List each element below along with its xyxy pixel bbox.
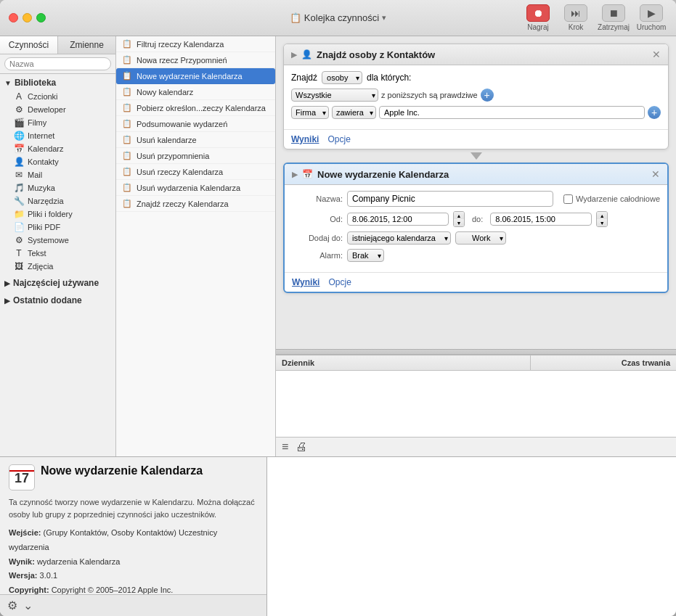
middle-item-label-nowa-rzecz: Nowa rzecz Przypomnień	[137, 56, 227, 65]
allday-label: Wydarzenie całodniowe	[576, 194, 660, 203]
field-select[interactable]: Firma	[291, 106, 329, 119]
tab-czynnosci[interactable]: Czynności	[0, 36, 58, 54]
record-button[interactable]: ⏺ Nagraj	[522, 4, 554, 31]
bl-title-text: Nowe wydarzenie Kalendarza	[41, 464, 203, 477]
usun-rzeczy-icon: 📋	[122, 167, 134, 176]
minimize-button[interactable]	[23, 13, 32, 22]
opcje-link-1[interactable]: Opcje	[327, 134, 350, 144]
sidebar-item-zdjecia[interactable]: 🖼 Zdjęcia	[0, 260, 115, 273]
maximize-button[interactable]	[36, 13, 46, 22]
middle-item-usun-rzeczy[interactable]: 📋 Usuń rzeczy Kalendarza	[116, 164, 275, 180]
calendar-select[interactable]: istniejącego kalendarza	[347, 231, 451, 245]
to-up[interactable]: ▲	[597, 212, 607, 219]
find-type-select[interactable]: osoby	[322, 71, 362, 84]
group-label-najczesciej: Najczęściej używane	[13, 278, 99, 288]
wyniki-link-2[interactable]: Wyniki	[292, 277, 319, 287]
sidebar-item-systemowe[interactable]: ⚙ Systemowe	[0, 234, 115, 247]
dropdown-arrow[interactable]: ▾	[382, 13, 386, 22]
sidebar-item-deweloper[interactable]: ⚙ Deweloper	[0, 103, 115, 116]
to-date-input[interactable]	[490, 213, 592, 226]
work-select[interactable]: Work	[455, 231, 506, 245]
alarm-select[interactable]: Brak	[347, 249, 384, 262]
middle-item-label-podsumowanie: Podsumowanie wydarzeń	[137, 120, 227, 128]
opcje-link-2[interactable]: Opcje	[328, 277, 351, 287]
scroll-area[interactable]	[276, 349, 676, 355]
toolbar-buttons: ⏺ Nagraj ⏭ Krok ⏹ Zatrzymaj ▶ Uruchom	[522, 4, 667, 31]
step-button[interactable]: ⏭ Krok	[560, 4, 592, 31]
middle-item-pobierz[interactable]: 📋 Pobierz określon...zeczy Kalendarza	[116, 100, 275, 116]
middle-item-label-nowy-kalendarz: Nowy kalendarz	[137, 88, 193, 96]
group-header-ostatnio[interactable]: ▶ Ostatnio dodane	[0, 293, 115, 308]
sidebar-item-mail[interactable]: ✉ Mail	[0, 168, 115, 181]
calendar-event-triangle[interactable]: ▶	[292, 170, 298, 179]
add-condition-button[interactable]: +	[481, 89, 494, 102]
middle-item-usun-wydarzenia[interactable]: 📋 Usuń wydarzenia Kalendarza	[116, 180, 275, 196]
sidebar-item-narzedzia[interactable]: 🔧 Narzędzia	[0, 194, 115, 208]
log-list-icon[interactable]: ≡	[282, 440, 288, 453]
middle-item-label-znajdz: Znajdź rzeczy Kalendarza	[137, 200, 229, 208]
expand-button[interactable]: ⌄	[23, 599, 33, 612]
gear-button[interactable]: ⚙	[7, 599, 17, 612]
from-up[interactable]: ▲	[454, 212, 464, 219]
middle-item-usun-kalendarze[interactable]: 📋 Usuń kalendarze	[116, 132, 275, 148]
find-row: Znajdź osoby dla których:	[291, 71, 661, 84]
group-header-biblioteka[interactable]: ▼ Biblioteka	[0, 75, 115, 90]
sidebar-group-najczesciej: ▶ Najczęściej używane	[0, 274, 115, 292]
middle-item-nowe-wydarzenie[interactable]: 📋 Nowe wydarzenie Kalendarza	[116, 68, 275, 84]
from-down[interactable]: ▼	[454, 219, 464, 226]
from-date-input[interactable]	[347, 213, 449, 226]
to-down[interactable]: ▼	[597, 219, 607, 226]
mail-icon: ✉	[13, 170, 25, 180]
find-contacts-body: Znajdź osoby dla których: Ws	[284, 65, 668, 129]
middle-item-nowa-rzecz[interactable]: 📋 Nowa rzecz Przypomnień	[116, 52, 275, 68]
version-label: Wersja:	[9, 571, 38, 580]
middle-item-filtruj[interactable]: 📋 Filtruj rzeczy Kalendarza	[116, 36, 275, 52]
date-separator: do:	[472, 215, 483, 223]
sidebar-item-pliki-pdf[interactable]: 📄 Pliki PDF	[0, 221, 115, 234]
operator-select[interactable]: zawiera	[332, 106, 376, 119]
sidebar-item-label-czcionki: Czcionki	[28, 92, 58, 101]
sidebar-item-filmy[interactable]: 🎬 Filmy	[0, 116, 115, 129]
log-footer: ≡ 🖨	[276, 437, 676, 456]
sidebar-item-internet[interactable]: 🌐 Internet	[0, 129, 115, 142]
stop-button[interactable]: ⏹ Zatrzymaj	[598, 4, 630, 31]
sidebar-item-pliki-foldery[interactable]: 📁 Pliki i foldery	[0, 208, 115, 221]
group-label-ostatnio: Ostatnio dodane	[13, 295, 82, 305]
condition-suffix: z poniższych są prawdziwe	[381, 91, 478, 99]
allday-checkbox[interactable]	[563, 194, 573, 204]
run-button[interactable]: ▶ Uruchom	[635, 4, 667, 31]
bottom-area: 17 Nowe wydarzenie Kalendarza Ta czynnoś…	[0, 456, 676, 616]
tab-zmienne[interactable]: Zmienne	[58, 36, 115, 54]
middle-item-label-filtruj: Filtruj rzeczy Kalendarza	[137, 40, 224, 49]
log-print-icon[interactable]: 🖨	[296, 440, 307, 453]
sidebar-item-label-kontakty: Kontakty	[28, 157, 59, 166]
addto-row: Dodaj do: istniejącego kalendarza Work	[292, 231, 660, 245]
middle-item-nowy-kalendarz[interactable]: 📋 Nowy kalendarz	[116, 84, 275, 100]
event-name-input[interactable]	[347, 191, 553, 207]
search-input[interactable]	[4, 57, 111, 70]
find-type-wrapper: osoby	[322, 71, 362, 84]
close-button[interactable]	[9, 13, 18, 22]
calendar-event-icon: 📅	[302, 169, 313, 179]
value-input[interactable]	[379, 106, 645, 119]
calendar-event-footer: Wyniki Opcje	[285, 272, 667, 292]
find-contacts-triangle[interactable]: ▶	[291, 50, 297, 59]
calendar-event-close[interactable]: ✕	[651, 168, 660, 180]
to-stepper: ▲ ▼	[596, 211, 608, 227]
sidebar-item-tekst[interactable]: T Tekst	[0, 247, 115, 260]
sidebar-item-czcionki[interactable]: A Czcionki	[0, 90, 115, 103]
find-contacts-icon: 👤	[301, 49, 312, 59]
find-label: Znajdź	[291, 73, 317, 83]
condition-select[interactable]: Wszystkie	[291, 89, 378, 102]
middle-item-usun-przypomnienia[interactable]: 📋 Usuń przypomnienia	[116, 148, 275, 164]
middle-item-podsumowanie[interactable]: 📋 Podsumowanie wydarzeń	[116, 116, 275, 132]
middle-item-znajdz[interactable]: 📋 Znajdź rzeczy Kalendarza	[116, 196, 275, 212]
add-row-button[interactable]: +	[648, 106, 661, 119]
wyniki-link-1[interactable]: Wyniki	[291, 134, 319, 144]
group-header-najczesciej[interactable]: ▶ Najczęściej używane	[0, 276, 115, 290]
bl-meta: Wejście: (Grupy Kontaktów, Osoby Kontakt…	[9, 526, 258, 594]
find-contacts-close[interactable]: ✕	[652, 49, 661, 60]
sidebar-item-muzyka[interactable]: 🎵 Muzyka	[0, 181, 115, 194]
sidebar-item-kalendarz[interactable]: 📅 Kalendarz	[0, 142, 115, 155]
sidebar-item-kontakty[interactable]: 👤 Kontakty	[0, 155, 115, 168]
